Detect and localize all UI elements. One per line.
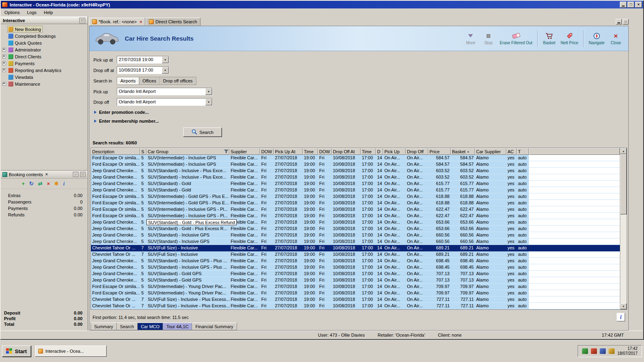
table-row[interactable]: Ford Escape Or simila...5SUV(Intermediat… bbox=[91, 206, 620, 213]
info-button[interactable]: i bbox=[617, 313, 625, 321]
table-row[interactable]: Chevrolet Tahoe Or ...7SUV(Full Size) - … bbox=[91, 303, 620, 309]
column-header-2-car-group[interactable]: Car Group bbox=[147, 148, 229, 155]
refresh-button[interactable]: ↻ bbox=[29, 181, 34, 186]
tab-booking-ref[interactable]: *Book. ref.: <none> × bbox=[89, 18, 145, 26]
info-button[interactable]: i bbox=[63, 181, 65, 186]
table-row[interactable]: Jeep Grand Cheroke...5SUV(Standard) - In… bbox=[91, 239, 620, 245]
scrollbar-thumb[interactable] bbox=[620, 154, 627, 214]
column-header-5-pick-up-at[interactable]: Pick Up At bbox=[274, 148, 303, 155]
expand-plus-icon[interactable]: + bbox=[2, 55, 6, 58]
stop-button[interactable]: Stop bbox=[480, 31, 497, 46]
menu-options[interactable]: Options bbox=[1, 9, 23, 16]
filter-funnel-icon[interactable] bbox=[224, 149, 228, 154]
nett-price-button[interactable]: Nett Price bbox=[559, 31, 580, 46]
tray-icon[interactable] bbox=[600, 348, 606, 354]
scroll-down-icon[interactable]: ▼ bbox=[620, 303, 627, 309]
column-header-4-dow[interactable]: DOW bbox=[260, 148, 274, 155]
minimize-button[interactable] bbox=[620, 2, 627, 8]
column-header-10-d[interactable]: D bbox=[376, 148, 383, 155]
chevron-down-icon[interactable]: ▼ bbox=[205, 99, 212, 105]
maximize-button[interactable]: □ bbox=[627, 2, 634, 8]
tab-airports[interactable]: Airports bbox=[117, 77, 139, 84]
table-row[interactable]: Jeep Grand Cheroke...5SUV(Standard) - In… bbox=[91, 258, 620, 264]
sidebar-item-direct-clients[interactable]: +Direct Clients bbox=[1, 53, 87, 60]
chevron-down-icon[interactable]: ▼ bbox=[162, 56, 169, 63]
tab-search[interactable]: Search bbox=[116, 323, 138, 330]
more-button[interactable]: More bbox=[462, 31, 479, 46]
table-row[interactable]: Jeep Grand Cheroke...5SUV(Standard) - Go… bbox=[91, 181, 620, 187]
search-button[interactable]: Search bbox=[183, 128, 222, 137]
mdi-restore-button[interactable]: □ bbox=[623, 19, 629, 25]
navigate-button[interactable]: Navigate bbox=[587, 31, 607, 46]
special-button[interactable]: ✱ bbox=[54, 181, 59, 186]
tab-offices[interactable]: Offices bbox=[139, 77, 160, 84]
column-header-14-basket[interactable]: Basket▲ bbox=[451, 148, 475, 155]
column-header-9-time[interactable]: Time bbox=[361, 148, 376, 155]
table-row[interactable]: Chevrolet Tahoe Or ...7SUV(Full Size) - … bbox=[91, 296, 620, 303]
expand-plus-icon[interactable]: + bbox=[2, 48, 6, 51]
table-row[interactable]: Ford Escape Or simila...5SUV(Intermediat… bbox=[91, 290, 620, 296]
tray-icon[interactable] bbox=[609, 348, 615, 354]
column-header-3-supplier[interactable]: Supplier bbox=[229, 148, 260, 155]
list-item[interactable]: Refunds 0.00 bbox=[8, 212, 83, 219]
list-item[interactable]: Payments 0.00 bbox=[8, 206, 83, 212]
promotion-code-toggle[interactable]: Enter promotion code... bbox=[94, 110, 628, 115]
add-button[interactable]: + bbox=[22, 181, 25, 186]
table-row[interactable]: Jeep Grand Cheroke...5SUV(Standard) - In… bbox=[91, 174, 620, 181]
column-header-6-time[interactable]: Time bbox=[303, 148, 318, 155]
table-row[interactable]: Jeep Grand Cheroke...5SUV(Standard) - In… bbox=[91, 264, 620, 271]
tab-summary[interactable]: Summary bbox=[91, 323, 117, 330]
taskbar-task-button[interactable]: Interactive - Ocea... bbox=[35, 346, 107, 357]
column-header-16-ac[interactable]: AC bbox=[506, 148, 517, 155]
table-row[interactable]: Jeep Grand Cheroke...5SUV(Standard) - In… bbox=[91, 168, 620, 174]
taskbar-clock[interactable]: 17:42 18/07/2017 bbox=[617, 346, 638, 356]
table-row[interactable]: Ford Escape Or simila...5SUV(Intermediat… bbox=[91, 213, 620, 219]
expand-plus-icon[interactable]: + bbox=[2, 68, 6, 72]
sidebar-item-new-booking[interactable]: New Booking bbox=[1, 26, 87, 33]
erase-filtered-out-button[interactable]: Erase Filtered Out bbox=[497, 31, 534, 46]
expand-plus-icon[interactable]: + bbox=[2, 82, 6, 86]
table-row[interactable]: Ford Escape Or simila...5SUV(Intermediat… bbox=[91, 193, 620, 200]
column-header-11-pick-up[interactable]: Pick Up bbox=[383, 148, 406, 155]
table-row[interactable]: Ford Escape Or simila...5SUV(Intermediat… bbox=[91, 284, 620, 290]
column-header-17-t[interactable]: T bbox=[517, 148, 529, 155]
pickup-location-combo[interactable]: Orlando Intl Airport ▼ bbox=[117, 88, 213, 95]
menu-help[interactable]: Help bbox=[40, 9, 57, 16]
table-row[interactable]: Jeep Grand Cheroke...5SUV(Standard) - Go… bbox=[91, 277, 620, 284]
tab-close-icon[interactable]: × bbox=[140, 20, 142, 24]
column-header-8-drop-off-at[interactable]: Drop Off At bbox=[332, 148, 361, 155]
tab-tour[interactable]: Tour 4A,1C bbox=[163, 323, 192, 330]
dropoff-at-combo[interactable]: 10/08/2018 17:00 ▼ bbox=[117, 66, 169, 74]
delete-button[interactable]: × bbox=[47, 181, 50, 186]
column-header-7-dow[interactable]: DOW bbox=[318, 148, 332, 155]
scroll-up-icon[interactable]: ▲ bbox=[620, 148, 627, 154]
tab-car-mco[interactable]: Car MCO bbox=[137, 323, 163, 330]
close-button[interactable]: × bbox=[635, 2, 642, 8]
basket-button[interactable]: Basket bbox=[541, 31, 558, 46]
close-results-button[interactable]: × Close bbox=[607, 31, 624, 46]
column-header-0-description[interactable]: Description bbox=[91, 148, 140, 155]
menu-logs[interactable]: Logs bbox=[23, 9, 40, 16]
booking-contents-close-icon[interactable]: × bbox=[44, 172, 48, 177]
sidebar-item-quick-quotes[interactable]: Quick Quotes bbox=[1, 39, 87, 46]
pickup-at-combo[interactable]: 27/07/2018 19:00 ▼ bbox=[117, 56, 169, 64]
booking-panel-minimize-button[interactable]: – bbox=[73, 172, 78, 177]
sidebar-item-completed-bookings[interactable]: Completed Bookings bbox=[1, 33, 87, 39]
table-row[interactable]: Ford Escape Or simila...5SUV(Intermediat… bbox=[91, 161, 620, 168]
tab-dropoff-offices[interactable]: Drop off offices bbox=[160, 77, 196, 84]
panel-menu-button[interactable]: □ bbox=[79, 18, 85, 23]
table-row[interactable]: Ford Escape Or simila...5SUV(Intermediat… bbox=[91, 200, 620, 206]
table-row[interactable]: Chevrolet Tahoe Or ...7SUV(Full Size) - … bbox=[91, 245, 620, 251]
sidebar-item-payments[interactable]: +Payments bbox=[1, 60, 87, 67]
tab-financial-summary[interactable]: Financial Summary bbox=[192, 323, 237, 330]
chevron-down-icon[interactable]: ▼ bbox=[162, 67, 169, 74]
table-row[interactable]: Jeep Grand Cheroke...5SUV(Standard) - Go… bbox=[91, 226, 620, 232]
dropoff-location-combo[interactable]: Orlando Intl Airport ▼ bbox=[117, 98, 213, 106]
column-header-13-price[interactable]: Price bbox=[428, 148, 451, 155]
table-row[interactable]: Jeep Grand Cheroke...5SUV(Standard) - In… bbox=[91, 232, 620, 239]
booking-panel-restore-button[interactable]: □ bbox=[80, 172, 86, 177]
transfer-button[interactable]: ⇄ bbox=[38, 181, 43, 186]
table-row[interactable]: Jeep Grand Cheroke...5SUV(Standard) - Go… bbox=[91, 271, 620, 277]
table-row[interactable]: Jeep Grand Cheroke...5SUV(Standard) - Go… bbox=[91, 187, 620, 193]
table-row[interactable]: Ford Escape Or simila...5SUV(Intermediat… bbox=[91, 155, 620, 161]
